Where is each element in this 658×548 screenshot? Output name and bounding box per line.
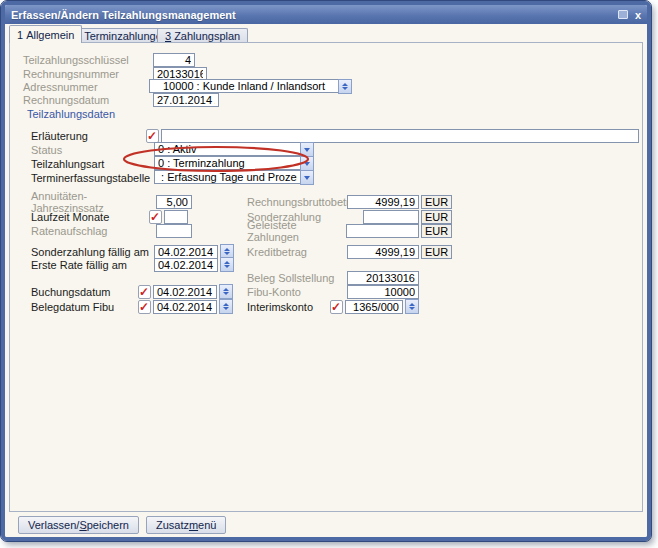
button-text: peichern (87, 519, 129, 531)
beleg-sollstellung-input[interactable] (347, 271, 419, 285)
kreditbetrag-label: Kreditbetrag (247, 246, 347, 258)
adressnummer-input[interactable] (149, 79, 338, 93)
kreditbetrag-unit: EUR (421, 245, 452, 259)
adressnummer-label: Adressnummer (23, 81, 149, 93)
rechnungsbruttobetrag-label: Rechnungsbruttobetrag (247, 196, 347, 208)
tab-number: 1 (17, 29, 23, 41)
geleistete-zahlungen-label: Geleistete Zahlungen (247, 219, 346, 243)
erste-rate-faellig-spinner[interactable] (220, 257, 234, 272)
rechnungsbruttobetrag-unit: EUR (421, 195, 452, 209)
rechnungsnummer-label: Rechnungsnummer (23, 68, 153, 80)
teilzahlungsart-label: Teilzahlungsart (31, 158, 154, 170)
interimskonto-spinner[interactable] (405, 299, 419, 314)
button-text: enü (198, 519, 216, 531)
verlassen-speichern-button[interactable]: Verlassen/Speichern (18, 516, 139, 534)
status-label: Status (31, 144, 154, 156)
beleg-sollstellung-label: Beleg Sollstellung (247, 272, 347, 284)
belegdatum-fibu-input[interactable] (153, 300, 217, 314)
button-mnemonic: S (79, 519, 86, 531)
interimskonto-label: Interimskonto (247, 301, 330, 313)
buchungsdatum-input[interactable] (153, 285, 217, 299)
terminerfassungstabelle-dropdown-icon[interactable] (300, 170, 314, 185)
erlaeuterung-label: Erläuterung (31, 130, 146, 142)
geleistete-zahlungen-unit: EUR (421, 224, 452, 238)
terminerfassungstabelle-input[interactable] (154, 170, 300, 184)
adressnummer-spinner[interactable] (338, 79, 352, 94)
laufzeit-monate-input[interactable] (164, 210, 188, 224)
interimskonto-input[interactable] (345, 300, 403, 314)
groupbox-label: Teilzahlungsdaten (23, 108, 119, 120)
button-text: Verlassen/ (28, 519, 79, 531)
tab-label: Zahlungsplan (174, 30, 240, 42)
button-mnemonic: m (189, 519, 198, 531)
edit-note-icon[interactable] (146, 129, 159, 143)
sonderzahlung-unit: EUR (421, 210, 452, 224)
fibu-konto-label: Fibu-Konto (247, 286, 347, 298)
title-bar[interactable]: Erfassen/Ändern Teilzahlungsmanagement x (5, 5, 647, 24)
close-icon[interactable]: x (635, 10, 641, 20)
teilzahlungsschluessel-label: Teilzahlungsschlüssel (23, 54, 153, 66)
laufzeit-monate-label: Laufzeit Monate (31, 211, 149, 223)
dialog-window: Erfassen/Ändern Teilzahlungsmanagement x… (1, 1, 651, 541)
rechnungsbruttobetrag-input[interactable] (347, 195, 419, 209)
erste-rate-faellig-input[interactable] (154, 258, 218, 272)
ratenaufschlag-label: Ratenaufschlag (31, 225, 156, 237)
window-title: Erfassen/Ändern Teilzahlungsmanagement (11, 9, 618, 21)
sonderzahlung-faellig-label: Sonderzahlung fällig am (31, 246, 154, 258)
tab-number: 3 (165, 30, 171, 42)
status-dropdown-icon[interactable] (300, 142, 314, 157)
restore-icon[interactable] (618, 10, 628, 19)
erste-rate-faellig-label: Erste Rate fällig am (31, 259, 154, 271)
teilzahlungsart-dropdown-icon[interactable] (300, 156, 314, 171)
erlaeuterung-input[interactable] (161, 129, 639, 143)
geleistete-zahlungen-input[interactable] (346, 224, 419, 238)
teilzahlungsschluessel-input[interactable] (153, 53, 195, 67)
teilzahlungsart-combo[interactable] (154, 156, 314, 171)
belegdatum-fibu-spinner[interactable] (219, 299, 233, 314)
fibu-konto-input[interactable] (347, 285, 419, 299)
edit-check-icon[interactable] (149, 210, 162, 224)
status-combo[interactable] (154, 142, 314, 157)
button-text: Zusatz (156, 519, 189, 531)
edit-check-icon[interactable] (138, 300, 151, 314)
terminerfassungstabelle-combo[interactable] (154, 170, 314, 185)
annuitaeten-input[interactable] (156, 195, 192, 209)
edit-check-icon[interactable] (138, 285, 151, 299)
rechnungsdatum-input[interactable] (153, 93, 219, 107)
zusatzmenu-button[interactable]: Zusatzmenü (146, 516, 227, 534)
teilzahlungsart-input[interactable] (154, 156, 300, 170)
belegdatum-fibu-label: Belegdatum Fibu (31, 301, 138, 313)
edit-check-icon[interactable] (330, 300, 343, 314)
buchungsdatum-label: Buchungsdatum (31, 286, 138, 298)
tab-allgemein[interactable]: 1 Allgemein (9, 25, 82, 43)
tab-label: Terminzahlungen (84, 30, 168, 42)
tab-label: Allgemein (26, 29, 74, 41)
status-input[interactable] (154, 142, 300, 156)
kreditbetrag-input[interactable] (347, 245, 419, 259)
terminerfassungstabelle-label: Terminerfassungstabelle (31, 172, 154, 184)
dialog-body: 1 Allgemein 2 Terminzahlungen 3 Zahlungs… (5, 24, 647, 537)
tab-zahlungsplan[interactable]: 3 Zahlungsplan (157, 28, 248, 43)
rechnungsdatum-label: Rechnungsdatum (23, 94, 153, 106)
sonderzahlung-input[interactable] (363, 210, 419, 224)
ratenaufschlag-input[interactable] (156, 224, 192, 238)
buchungsdatum-spinner[interactable] (219, 284, 233, 299)
